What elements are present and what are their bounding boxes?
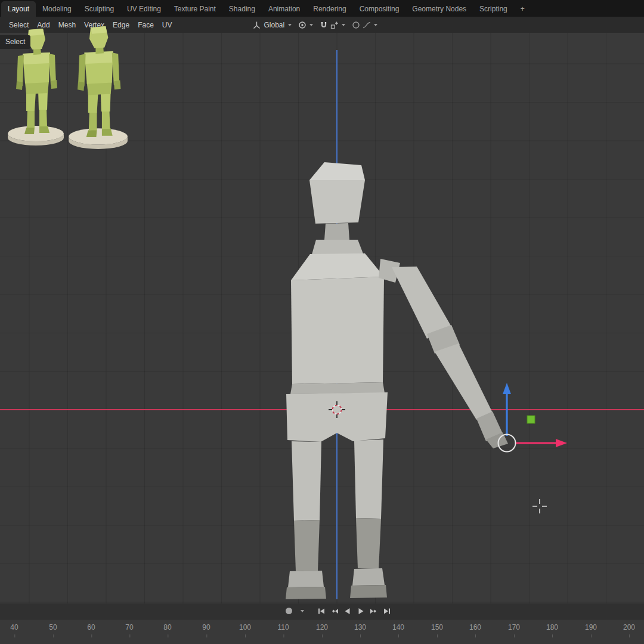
tab-rendering[interactable]: Rendering <box>306 1 352 17</box>
orientation-label: Global <box>264 21 284 29</box>
play-button[interactable] <box>354 605 367 617</box>
proportional-editing-toggle[interactable] <box>351 20 361 30</box>
z-axis-line <box>336 50 338 599</box>
chevron-down-icon <box>288 24 292 26</box>
frame-label: 190 <box>585 623 597 631</box>
jump-to-start-button[interactable] <box>315 605 328 617</box>
snap-settings-dropdown[interactable] <box>330 20 345 30</box>
frame-label: 160 <box>469 623 481 631</box>
tab-sculpting[interactable]: Sculpting <box>78 1 120 17</box>
frame-label: 140 <box>392 623 404 631</box>
play-reverse-button[interactable] <box>341 605 354 617</box>
transform-orientation-dropdown[interactable]: Global <box>252 20 292 29</box>
frame-label: 90 <box>202 623 210 631</box>
workspace-tab-bar: Layout Modeling Sculpting UV Editing Tex… <box>0 0 644 17</box>
menu-add[interactable]: Add <box>33 21 54 29</box>
tab-compositing[interactable]: Compositing <box>353 1 406 17</box>
jump-to-end-button[interactable] <box>380 605 394 617</box>
frame-label: 120 <box>316 623 328 631</box>
pivot-point-dropdown[interactable] <box>298 20 313 30</box>
snap-target-icon <box>330 20 339 30</box>
falloff-curve-icon <box>362 20 371 30</box>
orientation-icon <box>252 20 261 29</box>
menu-select[interactable]: Select <box>5 21 33 29</box>
menu-vertex[interactable]: Vertex <box>80 21 109 29</box>
tab-shading[interactable]: Shading <box>222 1 262 17</box>
prev-keyframe-button[interactable] <box>328 605 341 617</box>
timeline-header <box>0 603 644 619</box>
tab-layout[interactable]: Layout <box>1 1 36 17</box>
chevron-down-icon <box>374 24 377 26</box>
playback-controls <box>315 605 394 617</box>
frame-label: 70 <box>125 623 133 631</box>
viewport-header: Select Add Mesh Vertex Edge Face UV Glob… <box>0 17 644 33</box>
chevron-down-icon[interactable] <box>301 610 304 612</box>
timeline-ruler[interactable]: 40 50 60 70 80 90 100 110 120 130 140 15… <box>0 619 644 644</box>
x-axis-line <box>0 409 644 410</box>
tab-texture-paint[interactable]: Texture Paint <box>168 1 222 17</box>
tab-scripting[interactable]: Scripting <box>473 1 514 17</box>
proportional-editing-icon <box>351 20 361 30</box>
auto-key-icon[interactable] <box>286 608 292 614</box>
menu-mesh[interactable]: Mesh <box>54 21 80 29</box>
frame-label: 100 <box>239 623 251 631</box>
select-menu-overlay[interactable]: Select <box>0 35 30 49</box>
tab-geometry-nodes[interactable]: Geometry Nodes <box>405 1 473 17</box>
frame-label: 130 <box>354 623 366 631</box>
frame-label: 170 <box>508 623 520 631</box>
frame-label: 50 <box>49 623 57 631</box>
add-workspace-button[interactable]: + <box>514 1 531 17</box>
frame-label: 40 <box>10 623 18 631</box>
magnet-icon <box>319 20 329 30</box>
frame-label: 110 <box>277 623 289 631</box>
frame-label: 80 <box>163 623 171 631</box>
menu-uv[interactable]: UV <box>158 21 177 29</box>
next-keyframe-button[interactable] <box>367 605 380 617</box>
frame-label: 60 <box>87 623 95 631</box>
tab-modeling[interactable]: Modeling <box>36 1 78 17</box>
frame-label: 180 <box>546 623 558 631</box>
tab-animation[interactable]: Animation <box>262 1 306 17</box>
menu-edge[interactable]: Edge <box>109 21 134 29</box>
menu-face[interactable]: Face <box>134 21 158 29</box>
pivot-point-icon <box>298 20 307 30</box>
tab-uv-editing[interactable]: UV Editing <box>120 1 168 17</box>
frame-label: 200 <box>623 623 635 631</box>
frame-label: 150 <box>431 623 443 631</box>
chevron-down-icon <box>309 24 313 26</box>
snapping-toggle[interactable] <box>319 20 329 30</box>
viewport-3d[interactable] <box>0 33 644 644</box>
chevron-down-icon <box>342 24 345 26</box>
proportional-falloff-dropdown[interactable] <box>362 20 377 30</box>
